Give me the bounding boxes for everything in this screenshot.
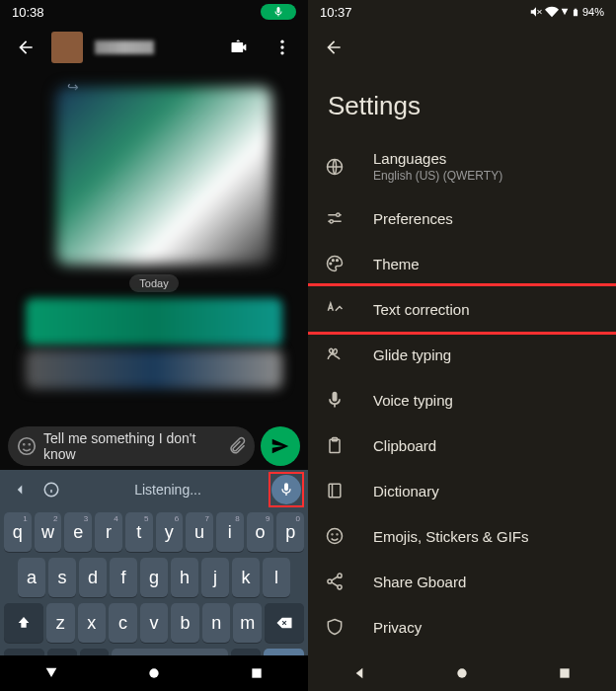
svg-point-15 (330, 263, 332, 265)
key-e[interactable]: e3 (64, 512, 92, 552)
settings-item-subtitle: English (US) (QWERTY) (373, 169, 502, 183)
key-x[interactable]: x (78, 603, 107, 643)
key-p[interactable]: p0 (276, 512, 304, 552)
status-time: 10:38 (12, 5, 44, 20)
key-q[interactable]: q1 (4, 512, 32, 552)
svg-point-21 (328, 529, 343, 544)
more-options-button[interactable] (265, 30, 300, 65)
clipboard-icon (324, 435, 346, 455)
key-u[interactable]: u7 (186, 512, 213, 552)
key-backspace[interactable] (265, 603, 304, 643)
key-g[interactable]: g (140, 558, 168, 597)
settings-item-share-gboard[interactable]: Share Gboard (308, 559, 616, 604)
settings-item-privacy[interactable]: Privacy (308, 604, 616, 650)
message-bubble-outgoing[interactable] (26, 298, 282, 346)
nav-recent-r[interactable] (557, 665, 573, 681)
chat-messages-area[interactable]: ↪ Today (0, 71, 308, 422)
key-v[interactable]: v (140, 603, 169, 643)
settings-item-glide-typing[interactable]: Glide typing (308, 332, 616, 377)
nav-back-r[interactable] (351, 665, 367, 681)
settings-item-clipboard[interactable]: Clipboard (308, 422, 616, 468)
globe-icon (324, 157, 346, 177)
key-n[interactable]: n (202, 603, 231, 643)
svg-point-1 (280, 45, 283, 48)
svg-point-5 (29, 444, 30, 445)
keyboard-toolbar: Listening... (0, 470, 308, 509)
key-y[interactable]: y6 (156, 512, 184, 552)
battery-percent: 94% (582, 6, 604, 18)
send-button[interactable] (261, 426, 300, 466)
settings-back-button[interactable] (316, 30, 351, 65)
contact-name[interactable] (95, 40, 213, 54)
mic-active-indicator (261, 4, 296, 20)
settings-item-theme[interactable]: Theme (308, 241, 616, 286)
chat-header (0, 24, 308, 71)
key-i[interactable]: i8 (216, 512, 244, 552)
share-icon (324, 572, 346, 591)
svg-point-23 (337, 534, 338, 535)
book-icon (324, 481, 346, 500)
message-bubble-media[interactable] (56, 87, 271, 265)
keyboard-back-button[interactable] (4, 474, 36, 505)
message-bubble[interactable] (26, 349, 282, 389)
emoji-icon (324, 526, 346, 546)
back-button[interactable] (8, 30, 43, 65)
shield-icon (324, 617, 346, 637)
video-call-button[interactable] (221, 30, 257, 65)
key-o[interactable]: o9 (247, 512, 274, 552)
key-w[interactable]: w2 (35, 512, 62, 552)
message-input-box[interactable]: Tell me something I don't know (8, 426, 255, 466)
gesture-icon (324, 345, 346, 364)
settings-item-preferences[interactable]: Preferences (308, 195, 616, 241)
svg-rect-20 (329, 484, 341, 497)
settings-header (308, 24, 616, 71)
key-s[interactable]: s (48, 558, 76, 597)
nav-home-r[interactable] (454, 665, 470, 681)
key-shift[interactable] (4, 603, 43, 643)
settings-item-voice-typing[interactable]: Voice typing (308, 377, 616, 422)
sliders-icon (324, 208, 346, 228)
key-f[interactable]: f (110, 558, 137, 597)
settings-item-emojis-stickers-gifs[interactable]: Emojis, Stickers & GIFs (308, 513, 616, 559)
settings-item-languages[interactable]: LanguagesEnglish (US) (QWERTY) (308, 137, 616, 195)
nav-recent[interactable] (249, 665, 265, 681)
svg-point-0 (280, 40, 283, 43)
voice-input-button[interactable] (271, 475, 301, 504)
key-j[interactable]: j (201, 558, 229, 597)
key-t[interactable]: t5 (125, 512, 153, 552)
key-m[interactable]: m (233, 603, 262, 643)
settings-list: LanguagesEnglish (US) (QWERTY)Preference… (308, 137, 616, 650)
settings-item-label: Glide typing (373, 346, 451, 363)
settings-item-label: Theme (373, 256, 420, 272)
key-d[interactable]: d (79, 558, 107, 597)
svg-point-16 (333, 260, 335, 262)
settings-title: Settings (308, 71, 616, 137)
key-a[interactable]: a (18, 558, 45, 597)
nav-home[interactable] (146, 665, 162, 681)
key-h[interactable]: h (171, 558, 198, 597)
key-r[interactable]: r4 (95, 512, 122, 552)
gboard-settings-screen: 10:37 94% Settings LanguagesEnglish (US)… (308, 0, 616, 691)
nav-back[interactable] (43, 665, 59, 681)
emoji-button[interactable] (16, 435, 38, 457)
key-b[interactable]: b (171, 603, 199, 643)
status-bar-left: 10:38 (0, 0, 308, 24)
key-k[interactable]: k (232, 558, 260, 597)
settings-item-label: Clipboard (373, 437, 436, 454)
nav-bar-right (308, 655, 616, 691)
date-separator: Today (129, 274, 178, 292)
contact-avatar[interactable] (51, 32, 83, 63)
svg-point-22 (332, 534, 333, 535)
spell-icon (324, 299, 346, 319)
settings-item-label: Share Gboard (373, 574, 466, 590)
attach-button[interactable] (227, 436, 247, 456)
svg-point-10 (149, 668, 158, 677)
svg-point-2 (280, 51, 283, 54)
key-z[interactable]: z (46, 603, 75, 643)
settings-item-dictionary[interactable]: Dictionary (308, 468, 616, 513)
settings-item-label: Dictionary (373, 483, 439, 499)
key-c[interactable]: c (109, 603, 137, 643)
key-l[interactable]: l (263, 558, 290, 597)
keyboard-info-button[interactable] (36, 474, 67, 505)
settings-item-text-correction[interactable]: Text correction (308, 283, 616, 335)
